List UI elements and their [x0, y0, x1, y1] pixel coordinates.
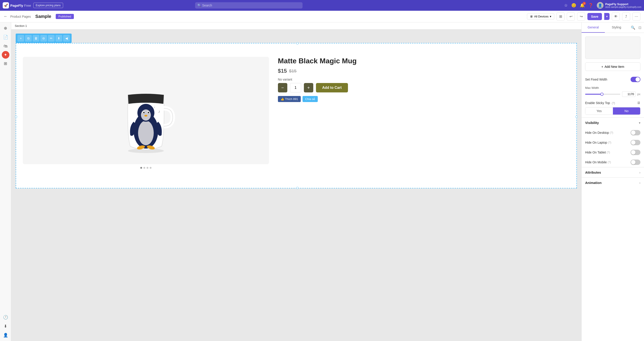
explore-pricing-button[interactable]: Explore pricing plans	[33, 3, 63, 8]
add-to-cart-button[interactable]: Add to Cart	[316, 83, 348, 92]
sticky-top-label: Enable Sticky Top (?)	[585, 101, 615, 105]
add-new-item-button[interactable]: + Add New Item	[585, 62, 640, 71]
quantity-row: − 1 + Add to Cart	[278, 83, 570, 92]
sticky-no-button[interactable]: No	[613, 108, 640, 114]
notification-icon[interactable]: 🔔 1	[580, 3, 585, 8]
remove-button[interactable]: ⊖	[40, 35, 47, 42]
user-name: PageFly Support	[605, 2, 641, 6]
sidebar-item-shopify[interactable]: 🛍	[2, 42, 10, 50]
tab-styling[interactable]: Styling	[605, 22, 628, 33]
nav-icons: ☆ 😊 🔔 1 ❓ 👤 PageFly Support store-sample…	[564, 2, 641, 9]
facebook-like-button[interactable]: 👍 Thích 891	[278, 96, 301, 102]
hide-mobile-help-icon[interactable]: (?)	[608, 161, 611, 164]
right-panel: General Styling 🔍 ⊡ + Add New Item Set F…	[581, 22, 644, 341]
sticky-help-icon[interactable]: (?)	[612, 102, 615, 105]
hide-laptop-help-icon[interactable]: (?)	[608, 141, 611, 144]
search-input[interactable]	[195, 2, 302, 8]
panel-corner-icon[interactable]: ⊡	[638, 24, 642, 31]
grid-view-button[interactable]: ⊞	[556, 12, 564, 20]
img-dot-2[interactable]	[144, 167, 145, 169]
user-area[interactable]: 👤 PageFly Support store-sample-pagefly.m…	[597, 2, 641, 9]
hide-desktop-help-icon[interactable]: (?)	[610, 131, 613, 134]
img-dot-4[interactable]	[150, 167, 152, 169]
top-handle[interactable]	[296, 42, 298, 44]
social-row: 👍 Thích 891 Chia sẻ	[278, 96, 570, 102]
sidebar-item-layers[interactable]: ⊕	[2, 24, 10, 32]
left-sidebar: ⊕ 📄 🛍 ✦ ⊞ 🕐 ⬇ 👤	[0, 22, 11, 341]
hide-mobile-toggle[interactable]	[630, 160, 640, 165]
img-dot-1[interactable]	[140, 167, 142, 169]
edit-button[interactable]: ✏	[48, 35, 54, 42]
help-icon[interactable]: ❓	[588, 3, 593, 8]
attributes-header[interactable]: Attributes ›	[582, 167, 644, 178]
sidebar-item-history[interactable]: 🕐	[2, 313, 10, 321]
visibility-section: Visibility ▾ Hide On Desktop (?) Hide On…	[582, 118, 644, 167]
toggle-knob	[631, 150, 636, 154]
section-header: Section 1	[11, 22, 581, 30]
sidebar-item-widgets[interactable]: ⊞	[2, 60, 10, 68]
breadcrumb[interactable]: Product Pages	[10, 15, 31, 18]
element-toolbar: + ⧉ 🗑 ⊖ ✏ ⬇ ◀	[16, 34, 72, 43]
hide-tablet-toggle[interactable]	[630, 150, 640, 155]
mug-illustration: ♪ ♩	[114, 68, 177, 153]
star-icon[interactable]: ☆	[564, 3, 568, 8]
hide-laptop-label: Hide On Laptop (?)	[585, 141, 611, 144]
img-dot-3[interactable]	[146, 167, 148, 169]
svg-point-9	[144, 115, 148, 116]
hide-desktop-row: Hide On Desktop (?)	[582, 128, 644, 138]
animation-header[interactable]: Animation ›	[582, 178, 644, 188]
hide-desktop-toggle[interactable]	[630, 130, 640, 135]
bottom-handle[interactable]	[296, 187, 298, 189]
logo-icon: 🚀	[3, 2, 9, 8]
image-dots	[23, 167, 269, 169]
hide-tablet-help-icon[interactable]: (?)	[607, 151, 610, 154]
published-badge: Published	[56, 14, 74, 19]
hide-mobile-label: Hide On Mobile (?)	[585, 160, 611, 164]
quantity-input[interactable]: 1	[290, 83, 301, 92]
redo-button[interactable]: ↪	[577, 12, 585, 20]
toggle-knob	[631, 140, 636, 145]
more-options-button[interactable]: ⋯	[632, 12, 640, 20]
tab-general[interactable]: General	[582, 22, 605, 33]
toolbar-right: 🖥 All Devices ▾ ⊞ ↩ ↪ Save ▾ 👁 ⤴ ⋯	[527, 12, 640, 20]
set-fixed-width-toggle[interactable]	[630, 77, 640, 82]
save-dropdown-button[interactable]: ▾	[604, 13, 610, 20]
variant-label: No variant	[278, 78, 570, 81]
sidebar-item-avatar[interactable]: 👤	[2, 331, 10, 339]
panel-search-icon[interactable]: 🔍	[630, 24, 636, 31]
undo-button[interactable]: ↩	[567, 12, 575, 20]
top-nav: 🚀 PageFly Free Explore pricing plans 🔍 ☆…	[0, 0, 644, 11]
emoji-icon[interactable]: 😊	[571, 3, 576, 8]
quantity-increase-button[interactable]: +	[304, 83, 313, 92]
animation-section: Animation ›	[582, 178, 644, 188]
save-button[interactable]: Save	[588, 13, 602, 20]
duplicate-button[interactable]: ⧉	[25, 35, 32, 42]
preview-button[interactable]: 👁	[612, 12, 620, 20]
max-width-input[interactable]: 1170	[622, 91, 636, 97]
screen-device-icon[interactable]: 🖥	[637, 101, 640, 105]
price-current: $15	[278, 68, 287, 74]
visibility-header[interactable]: Visibility ▾	[582, 118, 644, 128]
export-button[interactable]: ⤴	[622, 12, 630, 20]
device-selector[interactable]: 🖥 All Devices ▾	[527, 13, 554, 20]
sidebar-item-import[interactable]: ⬇	[2, 322, 10, 330]
quantity-decrease-button[interactable]: −	[278, 83, 287, 92]
back-button[interactable]: ←	[4, 14, 8, 19]
delete-button[interactable]: 🗑	[33, 35, 40, 42]
sticky-top-row: Enable Sticky Top (?) 🖥	[582, 99, 644, 107]
hide-laptop-toggle[interactable]	[630, 140, 640, 145]
right-handle[interactable]	[575, 116, 578, 118]
left-handle[interactable]	[15, 116, 17, 118]
download-button[interactable]: ⬇	[56, 35, 62, 42]
hide-desktop-label: Hide On Desktop (?)	[585, 131, 613, 134]
svg-point-7	[143, 112, 144, 113]
slider-row: 1170 px	[585, 91, 640, 97]
sidebar-item-pages[interactable]: 📄	[2, 33, 10, 41]
slider-thumb[interactable]	[600, 93, 604, 96]
max-width-slider[interactable]	[585, 94, 620, 95]
share-button[interactable]: Chia sẻ	[302, 96, 318, 102]
add-element-button[interactable]: +	[18, 35, 24, 42]
sidebar-item-active-tool[interactable]: ✦	[2, 51, 10, 58]
collapse-button[interactable]: ◀	[63, 35, 70, 42]
sticky-yes-button[interactable]: Yes	[585, 108, 613, 114]
